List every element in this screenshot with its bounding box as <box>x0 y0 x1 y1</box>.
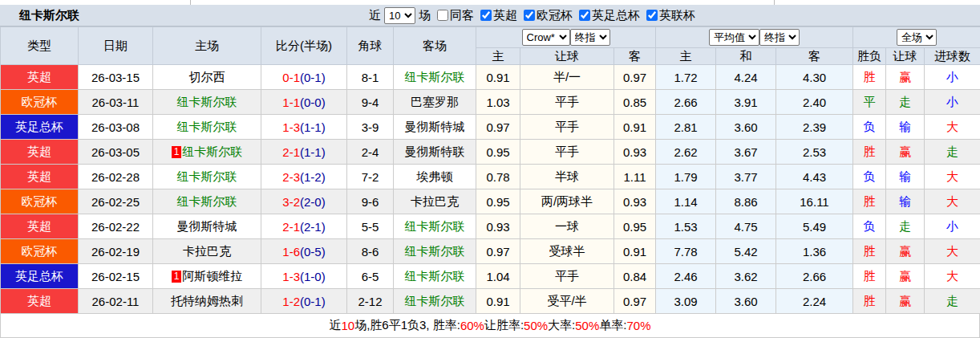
home-team-name: 纽卡斯尔联 <box>177 194 237 208</box>
result-wdl-cell: 胜 <box>853 65 886 90</box>
corner-cell: 5-5 <box>347 214 394 239</box>
score-cell: 0-1(0-1) <box>261 65 347 90</box>
match-date-cell: 26-02-19 <box>79 239 153 264</box>
league-filter[interactable]: 英足总杯 <box>573 8 640 23</box>
result-goals-cell: 大 <box>925 115 980 140</box>
avg-home-odds-cell: 2.81 <box>656 115 716 140</box>
rank-badge: 1 <box>172 146 182 158</box>
avg-away-odds-cell: 2.24 <box>776 289 853 314</box>
league-type-cell: 英超 <box>1 140 79 165</box>
league-checkbox[interactable] <box>524 10 535 21</box>
handicap-line-cell: 平手 <box>520 264 614 289</box>
match-date-cell: 26-03-15 <box>79 65 153 90</box>
handicap-home-odds-cell: 0.97 <box>476 115 520 140</box>
table-row: 欧冠杯26-02-25纽卡斯尔联3-2(2-0)9-6卡拉巴克0.95两/两球半… <box>1 189 980 214</box>
away-team-name: 巴塞罗那 <box>411 95 459 108</box>
result-goals-cell: 小 <box>925 90 980 115</box>
fulltime-score: 2-1 <box>282 145 300 159</box>
fulltime-score: 2-3 <box>282 170 300 184</box>
match-table: 类型 日期 主场 比分(半场) 角球 客场 Crow* 终指 <box>0 26 980 314</box>
col-result-goals: 进球数 <box>925 48 980 65</box>
league-checkbox[interactable] <box>480 10 492 21</box>
result-handicap-cell: 赢 <box>886 264 925 289</box>
match-date-cell: 26-02-25 <box>79 189 153 214</box>
avg-home-odds-cell: 2.62 <box>656 140 716 165</box>
table-row: 英足总杯26-03-08纽卡斯尔联1-3(1-1)3-9曼彻斯特城0.97平手0… <box>1 115 980 140</box>
handicap-home-odds-cell: 1.04 <box>476 264 520 289</box>
odds-company-select[interactable]: Crow* <box>522 29 570 46</box>
col-corner: 角球 <box>347 27 394 65</box>
handicap-away-odds-cell: 0.91 <box>614 115 656 140</box>
table-row: 欧冠杯26-03-11纽卡斯尔联1-1(0-0)9-4巴塞罗那1.03平手0.8… <box>1 90 980 115</box>
footer-stat-value: 10 <box>341 319 354 332</box>
result-goals-cell: 走 <box>925 289 980 314</box>
match-date-cell: 26-02-22 <box>79 214 153 239</box>
away-team-cell: 曼彻斯特联 <box>394 140 476 165</box>
league-filter[interactable]: 英联杯 <box>640 8 695 23</box>
match-stats-panel: 纽卡斯尔联 近 10 场 同客 英超欧冠杯英足总杯英联杯 类型 日期 <box>0 0 980 338</box>
result-wdl-cell: 负 <box>853 165 886 189</box>
average-group-header: 平均值 终指 <box>656 27 853 48</box>
handicap-home-odds-cell: 0.78 <box>476 165 520 189</box>
handicap-time-select[interactable]: 终指 <box>570 29 610 46</box>
result-handicap-cell: 走 <box>886 214 925 239</box>
recent-count-select[interactable]: 10 <box>384 7 415 24</box>
result-wdl-cell: 胜 <box>853 264 886 289</box>
league-checkbox[interactable] <box>579 10 590 21</box>
league-type-cell: 英超 <box>1 289 79 314</box>
result-wdl-cell: 胜 <box>853 289 886 314</box>
corner-cell: 3-9 <box>347 115 394 140</box>
result-handicap-cell: 赢 <box>886 140 925 165</box>
handicap-away-odds-cell: 0.93 <box>614 189 656 214</box>
avg-draw-odds-cell: 3.67 <box>716 140 776 165</box>
table-row: 英超26-03-051纽卡斯尔联2-1(1-1)2-4曼彻斯特联0.95平手0.… <box>1 140 980 165</box>
handicap-home-odds-cell: 0.97 <box>476 239 520 264</box>
match-table-body: 英超26-03-15切尔西0-1(0-1)8-1纽卡斯尔联0.91半/一0.97… <box>1 65 980 314</box>
col-date: 日期 <box>79 27 153 65</box>
handicap-home-odds-cell: 0.93 <box>476 214 520 239</box>
avg-away-odds-cell: 2.53 <box>776 140 853 165</box>
footer-stat-value: 70% <box>626 319 650 332</box>
avg-away-odds-cell: 4.30 <box>776 65 853 90</box>
fulltime-score: 3-2 <box>282 195 300 209</box>
halftime-score: (1-1) <box>300 145 326 159</box>
away-team-name: 纽卡斯尔联 <box>405 70 465 83</box>
average-time-select[interactable]: 终指 <box>759 29 800 46</box>
fulltime-score: 1-6 <box>282 245 300 259</box>
avg-away-odds-cell: 2.39 <box>776 115 853 140</box>
table-header: 类型 日期 主场 比分(半场) 角球 客场 Crow* 终指 <box>1 27 980 65</box>
same-away-checkbox[interactable] <box>437 10 448 21</box>
home-team-cell: 卡拉巴克 <box>153 239 261 264</box>
corner-cell: 7-2 <box>347 165 394 189</box>
away-team-cell: 纽卡斯尔联 <box>394 264 476 289</box>
away-team-cell: 卡拉巴克 <box>394 189 476 214</box>
full-match-select[interactable]: 全场 <box>897 29 937 46</box>
result-handicap-cell: 赢 <box>886 65 925 90</box>
handicap-line-cell: 两/两球半 <box>520 189 614 214</box>
league-filter[interactable]: 英超 <box>474 8 517 23</box>
match-date-cell: 26-03-08 <box>79 115 153 140</box>
avg-draw-odds-cell: 5.42 <box>716 239 776 264</box>
away-team-name: 纽卡斯尔联 <box>405 244 465 258</box>
avg-draw-odds-cell: 3.60 <box>716 289 776 314</box>
footer-stat-text: 大率: <box>548 318 575 333</box>
col-home: 主场 <box>153 27 261 65</box>
league-checkbox[interactable] <box>646 10 658 21</box>
average-type-select[interactable]: 平均值 <box>709 29 759 46</box>
away-team-name: 卡拉巴克 <box>411 194 459 208</box>
same-away-filter[interactable]: 同客 <box>431 8 474 23</box>
avg-home-odds-cell: 2.46 <box>656 264 716 289</box>
score-cell: 1-3(1-1) <box>261 115 347 140</box>
avg-home-odds-cell: 1.53 <box>656 214 716 239</box>
handicap-away-odds-cell: 0.95 <box>614 214 656 239</box>
league-filter[interactable]: 欧冠杯 <box>517 8 573 23</box>
away-team-name: 曼彻斯特联 <box>405 145 465 158</box>
home-team-cell: 纽卡斯尔联 <box>153 90 261 115</box>
result-goals-cell: 大 <box>925 239 980 264</box>
fulltime-score: 1-3 <box>282 120 300 134</box>
handicap-away-odds-cell: 1.11 <box>614 165 656 189</box>
away-team-cell: 曼彻斯特城 <box>394 115 476 140</box>
score-cell: 1-6(0-5) <box>261 239 347 264</box>
col-away: 客场 <box>394 27 476 65</box>
home-team-name: 托特纳姆热刺 <box>171 294 243 307</box>
